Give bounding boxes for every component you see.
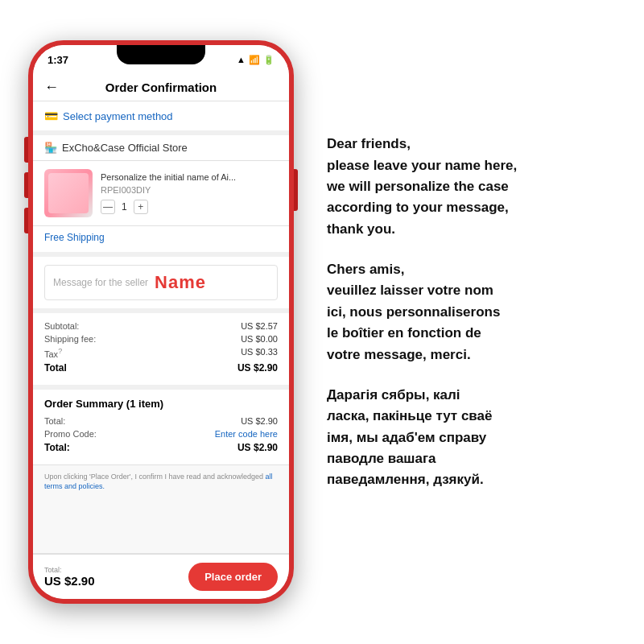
status-bar: 1:37 ▲ 📶 🔋 [33,45,289,74]
instruction-english: Dear friends, please leave your name her… [327,134,625,240]
product-row: Personalize the initial name of Ai... RP… [33,161,289,226]
instruction-belarusian: Дарагія сябры, калі ласка, пакіньце тут … [327,385,625,491]
wifi-icon: 📶 [249,55,260,65]
message-box-container: Message for the seller Name [33,257,289,313]
order-summary-title: Order Summary (1 item) [44,398,278,410]
summary-total-value: US $2.90 [241,416,278,426]
instruction-belarusian-text: Дарагія сябры, калі ласка, пакіньце тут … [327,385,625,491]
instruction-english-text: Dear friends, please leave your name her… [327,134,625,240]
product-image-inner [48,173,89,213]
subtotal-label: Subtotal: [44,321,79,331]
shipping-fee-label: Shipping fee: [44,334,96,344]
instruction-french-text: Chers amis, veuillez laisser votre nom i… [327,259,625,365]
payment-method-row[interactable]: 💳 Select payment method [33,101,289,135]
bottom-total: Total: US $2.90 [44,566,95,588]
bottom-total-label: Total: [44,566,95,574]
shipping-fee-value: US $0.00 [241,334,278,344]
page-title: Order Confirmation [105,80,217,94]
product-name: Personalize the initial name of Ai... [101,172,278,182]
summary-total-row: Total: US $2.90 [44,416,278,426]
battery-icon: 🔋 [263,55,275,65]
status-icons: ▲ 📶 🔋 [237,55,275,65]
notch [117,45,205,64]
instruction-french: Chers amis, veuillez laisser votre nom i… [327,259,625,365]
phone-wrapper: 1:37 ▲ 📶 🔋 ← Order Confirmation 💳 Select… [8,16,314,628]
subtotal-value: US $2.57 [241,321,278,331]
product-qty-control: — 1 + [101,200,278,214]
message-input-field[interactable]: Message for the seller Name [44,265,278,300]
tax-info-icon: ? [58,347,62,355]
terms-section: Upon clicking 'Place Order', I confirm I… [33,465,289,554]
summary-total-label: Total: [44,416,65,426]
product-sku: RPEI003DIY [101,185,278,195]
product-info: Personalize the initial name of Ai... RP… [101,172,278,214]
tax-row: Tax? US $0.33 [44,347,278,359]
place-order-button[interactable]: Place order [188,563,278,591]
bottom-bar: Total: US $2.90 Place order [33,554,289,599]
phone-screen: 1:37 ▲ 📶 🔋 ← Order Confirmation 💳 Select… [33,45,289,599]
product-image [44,169,93,217]
store-icon: 🏪 [44,142,57,154]
subtotal-row: Subtotal: US $2.57 [44,321,278,331]
qty-minus-button[interactable]: — [101,200,115,214]
pricing-section: Subtotal: US $2.57 Shipping fee: US $0.0… [33,313,289,390]
tax-label: Tax? [44,347,62,359]
order-summary-section: Order Summary (1 item) Total: US $2.90 P… [33,390,289,465]
total-value: US $2.90 [237,362,278,374]
payment-label: Select payment method [63,110,173,122]
back-button[interactable]: ← [44,79,59,96]
store-name: ExCho&Case Official Store [62,142,188,154]
total-row: Total US $2.90 [44,362,278,374]
summary-final-row: Total: US $2.90 [44,442,278,453]
phone-device: 1:37 ▲ 📶 🔋 ← Order Confirmation 💳 Select… [28,40,294,604]
promo-row: Promo Code: Enter code here [44,429,278,439]
payment-icon: 💳 [44,109,58,122]
qty-plus-button[interactable]: + [134,200,148,214]
summary-final-label: Total: [44,442,70,453]
message-name-highlight: Name [155,272,206,293]
message-placeholder: Message for the seller [53,277,148,288]
terms-text: Upon clicking 'Place Order', I confirm I… [44,472,278,492]
app-header: ← Order Confirmation [33,74,289,101]
store-row: 🏪 ExCho&Case Official Store [33,135,289,161]
qty-number: 1 [122,201,127,213]
bottom-total-amount: US $2.90 [44,574,95,588]
free-shipping-row: Free Shipping [33,226,289,257]
promo-value[interactable]: Enter code here [215,429,278,439]
signal-icon: ▲ [237,55,246,64]
summary-final-value: US $2.90 [237,442,278,453]
tax-value: US $0.33 [241,347,278,359]
shipping-fee-row: Shipping fee: US $0.00 [44,334,278,344]
free-shipping-label: Free Shipping [44,232,105,243]
promo-label: Promo Code: [44,429,97,439]
status-time: 1:37 [47,54,68,66]
total-label: Total [44,362,67,374]
instructions-panel: Dear friends, please leave your name her… [314,118,644,526]
